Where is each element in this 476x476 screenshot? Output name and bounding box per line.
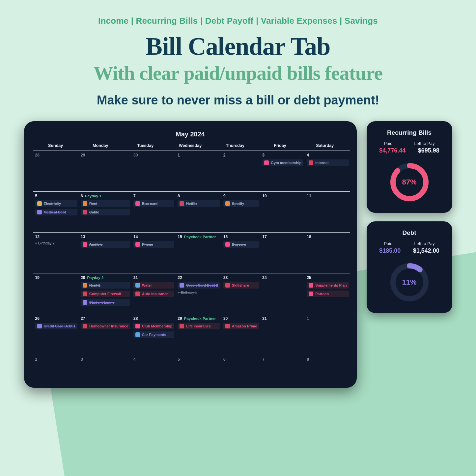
bill-color-icon — [180, 283, 184, 288]
bill-color-icon — [180, 324, 184, 328]
calendar-cell[interactable]: 18 — [305, 232, 350, 273]
calendar-cell[interactable]: 28 — [33, 151, 79, 191]
page-title: Bill Calendar Tab — [0, 32, 476, 61]
bill-label: Water — [142, 283, 152, 287]
bill-chip[interactable]: Daycare — [223, 241, 259, 248]
bill-label: Internet — [315, 161, 328, 165]
bill-chip[interactable]: Car Payments — [133, 331, 174, 338]
calendar-cell[interactable]: 7Bus card — [131, 191, 176, 232]
calendar-cell[interactable]: 24 — [260, 273, 305, 314]
calendar-cell[interactable]: 26Credit Card Debt 1 — [33, 314, 79, 355]
bill-chip[interactable]: Homeowner Insurance — [81, 323, 130, 329]
calendar-cell[interactable]: 29Paycheck PartnerLife Insurance — [176, 314, 221, 355]
calendar-cell[interactable]: 10 — [260, 191, 305, 232]
calendar-cell[interactable]: 29 — [79, 151, 131, 191]
recurring-bills-pct: 87% — [388, 161, 431, 204]
calendar-cell[interactable]: 14Phone — [131, 232, 176, 273]
bill-color-icon — [135, 242, 140, 247]
calendar-cell[interactable]: 30 — [131, 151, 176, 191]
bill-chip[interactable]: Audible — [81, 241, 130, 248]
debt-paid-value: $185.00 — [379, 247, 401, 254]
weekday-label: Monday — [78, 143, 123, 151]
calendar-cell[interactable]: 5 — [176, 355, 221, 377]
bill-chip[interactable]: Phone — [133, 241, 174, 248]
bill-chip[interactable]: Life Insurance — [178, 323, 220, 329]
day-number: 4 — [133, 357, 136, 362]
calendar-cell[interactable]: 7 — [260, 355, 305, 377]
calendar-cell[interactable]: 8 — [305, 355, 350, 377]
day-number: 28 — [35, 153, 40, 157]
recurring-bills-title: Recurring Bills — [373, 129, 446, 136]
bill-label: Patreon — [315, 292, 329, 296]
bill-chip[interactable]: Electricity — [35, 200, 78, 207]
bill-chip[interactable]: Water — [133, 282, 174, 289]
bill-chip[interactable]: Computer Firewall — [81, 291, 130, 297]
bill-label: Cable — [89, 210, 99, 214]
bill-color-icon — [135, 332, 140, 337]
calendar-cell[interactable]: 20Payday 2Rent 2Computer FirewallStudent… — [79, 273, 131, 314]
day-number: 19 — [35, 275, 40, 280]
calendar-cell[interactable]: 6Payday 1RentCable — [79, 191, 131, 232]
day-number: 13 — [81, 235, 85, 239]
bill-label: Bus card — [142, 202, 157, 206]
bill-chip[interactable]: Credit Card Debt 1 — [35, 323, 78, 329]
bill-label: Credit Card Debt 1 — [44, 324, 76, 328]
calendar-cell[interactable]: 2 — [221, 151, 260, 191]
bill-label: Spotify — [232, 202, 244, 206]
day-number: 9 — [223, 194, 226, 198]
day-number: 6 — [81, 194, 83, 198]
calendar-cell[interactable]: 13Audible — [79, 232, 131, 273]
bill-chip[interactable]: Netflix — [178, 200, 220, 207]
calendar-cell[interactable]: 5ElectricityMedical Debt — [33, 191, 79, 232]
calendar-cell[interactable]: 30Amazon Prime — [221, 314, 260, 355]
calendar-cell[interactable]: 23Skillshare — [221, 273, 260, 314]
bill-chip[interactable]: Skillshare — [223, 282, 259, 289]
calendar-cell[interactable]: 3 — [79, 355, 131, 377]
calendar-cell[interactable]: 28Club MembershipCar Payments — [131, 314, 176, 355]
bill-chip[interactable]: Medical Debt — [35, 209, 78, 215]
bill-chip[interactable]: Auto Insurance — [133, 291, 174, 297]
bill-chip[interactable]: Supplements Plan — [307, 282, 349, 289]
bill-color-icon — [309, 283, 313, 288]
calendar-cell[interactable]: 3Gym membership — [260, 151, 305, 191]
bill-chip[interactable]: Rent 2 — [81, 282, 130, 289]
weekday-label: Tuesday — [123, 143, 168, 151]
calendar-cell[interactable]: 15Paycheck Partner — [176, 232, 221, 273]
bill-chip[interactable]: Rent — [81, 200, 130, 207]
bill-chip[interactable]: Student Loans — [81, 299, 130, 306]
bill-chip[interactable]: Amazon Prime — [223, 323, 259, 329]
calendar-cell[interactable]: 12+ Birthday 2 — [33, 232, 79, 273]
calendar-cell[interactable]: 16Daycare — [221, 232, 260, 273]
calendar-cell[interactable]: 1 — [305, 314, 350, 355]
bill-chip[interactable]: Internet — [307, 159, 349, 166]
bill-chip[interactable]: Club Membership — [133, 323, 174, 329]
calendar-cell[interactable]: 4Internet — [305, 151, 350, 191]
day-number: 17 — [262, 235, 266, 239]
calendar-cell[interactable]: 6 — [221, 355, 260, 377]
calendar-cell[interactable]: 2 — [33, 355, 79, 377]
calendar-cell[interactable]: 27Homeowner Insurance — [79, 314, 131, 355]
calendar-cell[interactable]: 11 — [305, 191, 350, 232]
calendar-cell[interactable]: 31 — [260, 314, 305, 355]
day-number: 30 — [133, 153, 138, 157]
bill-color-icon — [83, 283, 87, 288]
bill-chip[interactable]: Cable — [81, 209, 130, 215]
calendar-cell[interactable]: 17 — [260, 232, 305, 273]
calendar-cell[interactable]: 4 — [131, 355, 176, 377]
bill-chip[interactable]: Spotify — [223, 200, 259, 207]
bill-chip[interactable]: Bus card — [133, 200, 174, 207]
calendar-cell[interactable]: 25Supplements PlanPatreon — [305, 273, 350, 314]
calendar-cell[interactable]: 22Credit Card Debt 2+ Birthday 1 — [176, 273, 221, 314]
calendar-cell[interactable]: 21WaterAuto Insurance — [131, 273, 176, 314]
bill-chip[interactable]: Credit Card Debt 2 — [178, 282, 220, 289]
calendar-cell[interactable]: 9Spotify — [221, 191, 260, 232]
calendar-cell[interactable]: 1 — [176, 151, 221, 191]
bill-chip[interactable]: Gym membership — [262, 159, 303, 166]
calendar-cell[interactable]: 19 — [33, 273, 79, 314]
calendar-grid: 282930123Gym membership4Internet5Electri… — [33, 151, 348, 377]
day-number: 26 — [35, 316, 40, 321]
calendar-cell[interactable]: 8Netflix — [176, 191, 221, 232]
bill-color-icon — [180, 201, 184, 206]
bill-chip[interactable]: Patreon — [307, 291, 349, 297]
bill-color-icon — [309, 292, 313, 296]
